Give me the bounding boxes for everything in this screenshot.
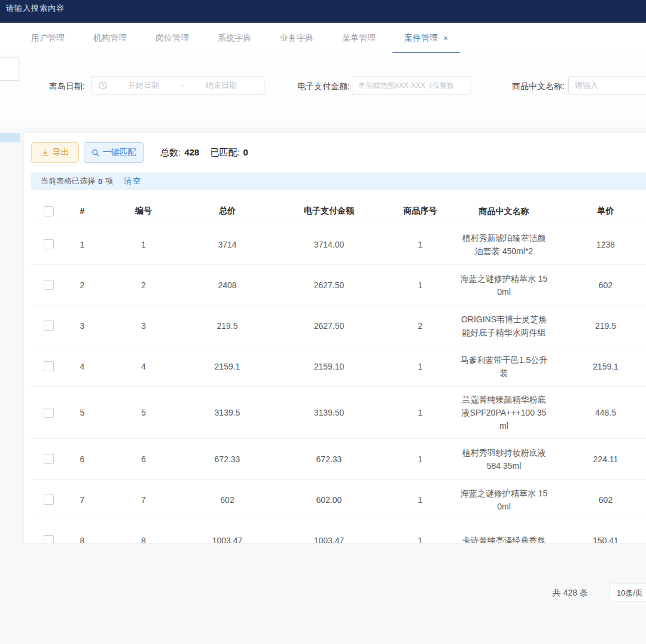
- cell-unit-price: 602: [559, 495, 646, 505]
- row-checkbox-cell: [31, 361, 66, 372]
- cell-total-price: 3139.5: [188, 408, 266, 417]
- tab-list: 用户管理 机构管理 岗位管理 系统字典 业务字典 菜单管理 案件管理 ×: [0, 23, 646, 54]
- cell-total-price: 672.33: [188, 454, 266, 464]
- one-click-match-button[interactable]: 一键匹配: [84, 142, 144, 163]
- cell-product-seq: 1: [392, 240, 449, 249]
- header-product-seq: 商品序号: [392, 206, 449, 216]
- matched-count-label: 已匹配:: [210, 147, 239, 157]
- row-checkbox-cell: [31, 495, 66, 505]
- row-checkbox[interactable]: [44, 321, 54, 331]
- tab[interactable]: 菜单管理: [334, 23, 384, 54]
- select-all-checkbox[interactable]: [44, 206, 54, 216]
- row-checkbox[interactable]: [44, 408, 54, 418]
- row-checkbox[interactable]: [44, 280, 54, 290]
- cell-product-seq: 1: [392, 280, 449, 290]
- cell-code: 4: [99, 362, 188, 371]
- tab-label: 业务字典: [280, 33, 313, 44]
- cell-code: 2: [99, 280, 188, 290]
- cell-product-seq: 1: [392, 362, 449, 371]
- date-range-separator: -: [179, 81, 186, 90]
- tab[interactable]: 用户管理: [23, 23, 73, 54]
- cell-index: 7: [66, 495, 99, 505]
- selection-prefix: 当前表格已选择: [41, 176, 95, 187]
- match-button-label: 一键匹配: [103, 147, 136, 158]
- export-button[interactable]: 导出: [31, 142, 79, 163]
- table-row: 5 5 3139.5 3139.50 1 兰蔻菁纯臻颜精华粉底液SPF20PA+…: [31, 387, 646, 439]
- cell-product-seq: 1: [392, 536, 449, 544]
- cell-epay-amount: 2159.10: [266, 362, 392, 371]
- tab-label: 机构管理: [93, 33, 127, 44]
- clear-selection-link[interactable]: 清空: [124, 176, 142, 187]
- header-checkbox-cell: [31, 206, 66, 216]
- page-size-select[interactable]: 10条/页: [609, 584, 646, 602]
- download-icon: [41, 149, 49, 157]
- global-search-input[interactable]: 请输入搜索内容: [6, 3, 65, 14]
- row-checkbox[interactable]: [44, 239, 54, 249]
- cell-product-name: 植村秀新琥珀臻萃洁颜油套装 450ml*2: [449, 225, 559, 264]
- cell-product-seq: 2: [392, 321, 449, 331]
- cell-index: 2: [66, 280, 99, 290]
- cell-unit-price: 2159.1: [559, 362, 646, 371]
- tab[interactable]: 案件管理 ×: [396, 23, 456, 54]
- cell-total-price: 2408: [188, 280, 266, 290]
- table-row: 6 6 672.33 672.33 1 植村秀羽纱持妆粉底液 584 35ml …: [31, 439, 646, 480]
- start-date-placeholder[interactable]: 开始日期: [108, 80, 179, 91]
- cell-code: 8: [99, 536, 188, 544]
- cell-index: 5: [66, 408, 99, 417]
- cell-product-name: 植村秀羽纱持妆粉底液 584 35ml: [449, 440, 559, 478]
- header-product-name: 商品中文名称: [449, 199, 559, 224]
- cell-unit-price: 1238: [559, 240, 646, 249]
- tab[interactable]: 系统字典: [209, 23, 260, 54]
- tab[interactable]: 岗位管理: [147, 23, 197, 54]
- cell-product-seq: 1: [392, 495, 449, 505]
- matched-count-value: 0: [243, 147, 248, 157]
- cell-total-price: 3714: [188, 240, 266, 249]
- table-row: 7 7 602 602.00 1 海蓝之谜修护精萃水 150ml 602: [31, 480, 646, 520]
- table-row: 1 1 3714 3714.00 1 植村秀新琥珀臻萃洁颜油套装 450ml*2…: [31, 224, 646, 265]
- end-date-placeholder[interactable]: 结束日期: [186, 80, 257, 91]
- header-epay-amount: 电子支付金额: [266, 206, 392, 216]
- cell-total-price: 1003.47: [188, 536, 266, 544]
- tab-close-icon[interactable]: ×: [443, 34, 448, 42]
- filter-panel: 离岛日期: 开始日期 - 结束日期 电子支付金额: 商品中文名称:: [0, 54, 646, 127]
- epay-amount-filter-label: 电子支付金额:: [297, 81, 350, 92]
- export-button-label: 导出: [53, 147, 69, 158]
- row-checkbox-cell: [31, 535, 66, 543]
- cell-index: 6: [66, 454, 99, 464]
- selection-info-bar: 当前表格已选择 0 项 清空: [31, 172, 646, 190]
- cell-product-name: 海蓝之谜修护精萃水 150ml: [449, 266, 559, 304]
- selection-count: 0: [98, 177, 102, 186]
- cell-product-name: 海蓝之谜修护精萃水 150ml: [449, 481, 559, 519]
- cell-unit-price: 219.5: [559, 321, 646, 331]
- tab-label: 岗位管理: [156, 33, 189, 44]
- cell-epay-amount: 2627.50: [266, 280, 392, 290]
- cell-code: 6: [99, 454, 188, 464]
- header-code: 编号: [99, 206, 188, 216]
- magnifier-icon: [92, 149, 99, 157]
- header-index: #: [66, 206, 99, 216]
- total-count-value: 428: [184, 147, 199, 157]
- product-name-filter-label: 商品中文名称:: [512, 81, 565, 92]
- cell-total-price: 219.5: [188, 321, 266, 331]
- cell-index: 4: [66, 362, 99, 371]
- pagination-bar: 共 428 条 10条/页: [0, 583, 646, 603]
- cell-code: 5: [99, 408, 188, 417]
- table-row: 3 3 219.5 2627.50 2 ORIGINS韦博士灵芝焕能好底子精华水…: [31, 306, 646, 346]
- row-checkbox[interactable]: [44, 535, 54, 543]
- row-checkbox[interactable]: [44, 454, 54, 464]
- cell-epay-amount: 2627.50: [266, 321, 392, 331]
- cell-epay-amount: 3139.50: [266, 408, 392, 417]
- epay-amount-input[interactable]: [352, 76, 471, 94]
- cell-epay-amount: 3714.00: [266, 240, 392, 249]
- tab-label: 案件管理: [404, 33, 438, 44]
- collapsed-panel-corner: [0, 57, 19, 81]
- row-checkbox-cell: [31, 280, 66, 291]
- product-name-input[interactable]: [568, 76, 646, 94]
- table-row: 4 4 2159.1 2159.10 1 马爹利蓝带干邑1.5公升装 2159.…: [31, 346, 646, 387]
- row-checkbox[interactable]: [44, 361, 54, 371]
- row-checkbox-cell: [31, 454, 66, 465]
- date-range-picker[interactable]: 开始日期 - 结束日期: [91, 76, 264, 94]
- tab[interactable]: 机构管理: [85, 23, 135, 54]
- tab[interactable]: 业务字典: [272, 23, 322, 54]
- row-checkbox[interactable]: [44, 495, 54, 505]
